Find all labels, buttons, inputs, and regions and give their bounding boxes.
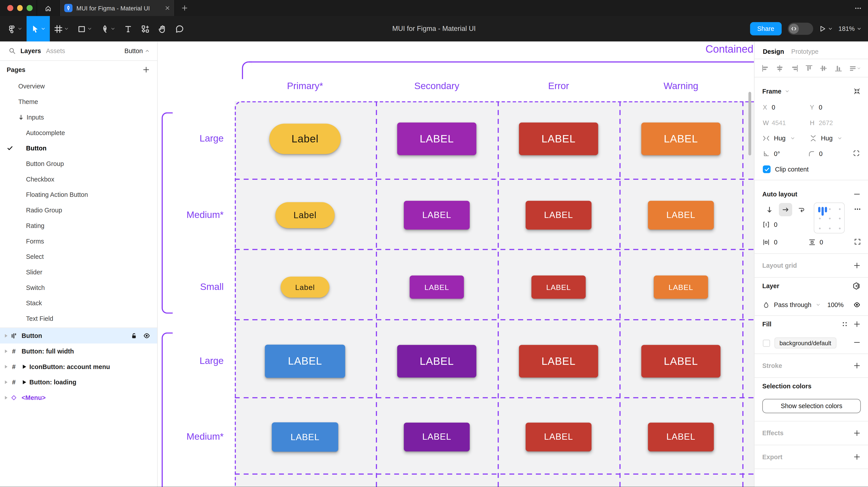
frame-tool[interactable] bbox=[50, 16, 73, 41]
actions-tool[interactable] bbox=[137, 16, 154, 41]
add-fill-icon[interactable] bbox=[854, 321, 860, 327]
direction-vertical-button[interactable] bbox=[763, 203, 776, 217]
vertical-sizing[interactable]: Hug bbox=[810, 135, 857, 142]
layer-item-iconbutton-account-menu[interactable]: #IconButton: account menu bbox=[0, 359, 157, 375]
rotation-field[interactable]: 0° bbox=[763, 151, 808, 157]
add-stroke-icon[interactable] bbox=[854, 362, 860, 369]
hand-tool[interactable] bbox=[154, 16, 171, 41]
independent-padding-button[interactable] bbox=[854, 238, 861, 246]
blend-mode-icon[interactable] bbox=[852, 282, 860, 290]
tab-layers[interactable]: Layers bbox=[21, 47, 41, 54]
canvas-button-error-large-0[interactable]: LABEL bbox=[519, 122, 598, 155]
page-item-theme[interactable]: Theme bbox=[0, 94, 157, 109]
clip-content-checkbox[interactable] bbox=[763, 165, 771, 173]
fill-row[interactable]: background/default bbox=[754, 332, 868, 354]
distribute-menu[interactable] bbox=[849, 64, 861, 71]
close-window-button[interactable] bbox=[7, 5, 13, 11]
figma-menu[interactable] bbox=[3, 16, 27, 41]
page-item-slider[interactable]: Slider bbox=[0, 264, 157, 280]
canvas-button-primary-small-2[interactable]: Label bbox=[281, 277, 329, 298]
corner-radius-field[interactable]: 0 bbox=[808, 151, 853, 157]
dev-mode-toggle[interactable] bbox=[787, 23, 813, 35]
align-h-center-icon[interactable] bbox=[776, 64, 783, 71]
canvas-button-primary-medium-1[interactable]: Label bbox=[276, 202, 335, 228]
page-item-stack[interactable]: Stack bbox=[0, 295, 157, 311]
page-item-autocomplete[interactable]: Autocomplete bbox=[0, 125, 157, 141]
horizontal-sizing[interactable]: Hug bbox=[763, 135, 810, 142]
comment-tool[interactable] bbox=[171, 16, 188, 41]
add-export-icon[interactable] bbox=[854, 454, 860, 460]
layer-item-button-loading[interactable]: #Button: loading bbox=[0, 375, 157, 390]
page-item-rating[interactable]: Rating bbox=[0, 218, 157, 233]
move-tool[interactable] bbox=[27, 16, 50, 41]
canvas-button-error-medium-4[interactable]: LABEL bbox=[526, 423, 591, 451]
page-item-button-group[interactable]: Button Group bbox=[0, 156, 157, 171]
add-effect-icon[interactable] bbox=[854, 430, 860, 436]
canvas-button-error-medium-1[interactable]: LABEL bbox=[526, 201, 591, 229]
window-more-button[interactable] bbox=[855, 0, 861, 16]
direction-horizontal-button[interactable] bbox=[779, 203, 792, 217]
blend-mode-value[interactable]: Pass through bbox=[774, 301, 811, 308]
canvas-button-secondary-small-2[interactable]: LABEL bbox=[409, 275, 464, 299]
page-item-inputs[interactable]: Inputs bbox=[0, 109, 157, 125]
canvas-button-warning-small-2[interactable]: LABEL bbox=[654, 275, 708, 299]
fill-style-name[interactable]: background/default bbox=[774, 337, 836, 349]
add-page-icon[interactable] bbox=[143, 66, 149, 73]
canvas-button-error-large-3[interactable]: LABEL bbox=[519, 345, 598, 378]
tab-design[interactable]: Design bbox=[763, 48, 784, 55]
tab-assets[interactable]: Assets bbox=[46, 47, 65, 54]
show-selection-colors-button[interactable]: Show selection colors bbox=[762, 399, 861, 413]
alignment-grid[interactable] bbox=[814, 202, 845, 233]
canvas-button-warning-large-3[interactable]: LABEL bbox=[641, 345, 720, 378]
eye-icon[interactable] bbox=[144, 332, 150, 339]
canvas-button-error-small-2[interactable]: LABEL bbox=[531, 275, 586, 299]
share-button[interactable]: Share bbox=[750, 22, 781, 36]
opacity-value[interactable]: 100% bbox=[827, 301, 843, 308]
canvas-button-primary-large-3[interactable]: LABEL bbox=[265, 345, 345, 378]
canvas-button-warning-medium-4[interactable]: LABEL bbox=[648, 423, 714, 451]
layer-item-menu[interactable]: <Menu> bbox=[0, 390, 157, 405]
close-tab-icon[interactable] bbox=[165, 5, 170, 10]
page-selector[interactable]: Button bbox=[125, 47, 150, 54]
canvas-button-secondary-large-0[interactable]: LABEL bbox=[397, 122, 476, 155]
tab-prototype[interactable]: Prototype bbox=[791, 48, 819, 55]
canvas-button-secondary-large-3[interactable]: LABEL bbox=[397, 345, 476, 378]
search-icon[interactable] bbox=[9, 47, 16, 54]
vertical-padding-field[interactable]: 0 bbox=[808, 239, 854, 246]
remove-fill-icon[interactable] bbox=[854, 339, 860, 346]
independent-corners-button[interactable] bbox=[853, 150, 860, 158]
canvas-button-primary-medium-4[interactable]: LABEL bbox=[272, 422, 338, 452]
canvas-button-warning-large-0[interactable]: LABEL bbox=[641, 122, 720, 155]
page-item-radio-group[interactable]: Radio Group bbox=[0, 202, 157, 218]
fill-swatch[interactable] bbox=[763, 339, 770, 346]
page-item-button[interactable]: Button bbox=[0, 140, 157, 156]
align-right-icon[interactable] bbox=[791, 64, 798, 71]
page-item-overview[interactable]: Overview bbox=[0, 79, 157, 94]
home-button[interactable] bbox=[36, 0, 59, 16]
page-item-switch[interactable]: Switch bbox=[0, 280, 157, 295]
width-field[interactable]: W 4541 bbox=[763, 120, 810, 126]
align-top-icon[interactable] bbox=[806, 64, 813, 71]
page-item-select[interactable]: Select bbox=[0, 249, 157, 264]
document-tab[interactable]: MUI for Figma - Material UI bbox=[59, 0, 175, 16]
canvas-button-primary-large-0[interactable]: Label bbox=[269, 124, 341, 154]
shape-tool[interactable] bbox=[73, 16, 96, 41]
x-field[interactable]: X 0 bbox=[763, 104, 810, 111]
chevron-down-icon[interactable] bbox=[785, 89, 789, 94]
minimize-window-button[interactable] bbox=[17, 5, 23, 11]
add-layout-grid-icon[interactable] bbox=[854, 262, 860, 269]
align-v-center-icon[interactable] bbox=[820, 64, 827, 71]
zoom-menu[interactable]: 181% bbox=[838, 26, 861, 32]
page-item-text-field[interactable]: Text Field bbox=[0, 311, 157, 326]
canvas-scrollbar[interactable] bbox=[748, 92, 751, 155]
auto-layout-more-icon[interactable] bbox=[854, 206, 861, 213]
visibility-eye-icon[interactable] bbox=[854, 301, 860, 308]
fullscreen-window-button[interactable] bbox=[27, 5, 33, 11]
styles-grid-icon[interactable] bbox=[841, 321, 848, 327]
new-tab-button[interactable] bbox=[175, 5, 194, 11]
page-item-checkbox[interactable]: Checkbox bbox=[0, 171, 157, 187]
canvas-button-secondary-medium-4[interactable]: LABEL bbox=[404, 423, 470, 451]
page-item-forms[interactable]: Forms bbox=[0, 233, 157, 249]
collapse-icon[interactable] bbox=[854, 88, 860, 95]
present-button[interactable] bbox=[819, 26, 832, 32]
